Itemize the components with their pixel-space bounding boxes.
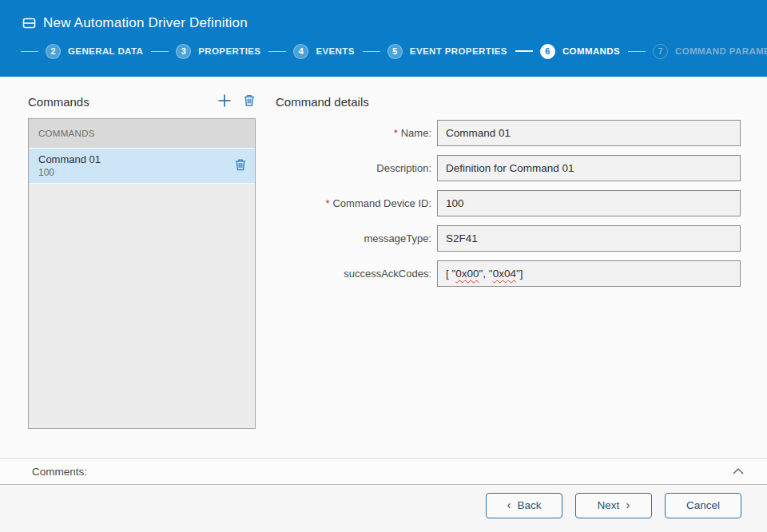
delete-command-button[interactable] (232, 93, 256, 109)
comments-bar: Comments: (0, 458, 767, 485)
step-connector (21, 51, 38, 52)
command-device-id-label: *Command Device ID: (276, 197, 431, 209)
name-label: *Name: (276, 127, 431, 139)
collapse-comments-button[interactable] (730, 464, 746, 479)
command-list-item-text: Command 01 100 (38, 153, 223, 178)
plus-icon (217, 93, 232, 110)
step-general-data[interactable]: 2 GENERAL DATA (21, 44, 151, 59)
step-connector (628, 51, 646, 52)
step-label: EVENT PROPERTIES (410, 46, 507, 56)
details-panel-title: Command details (276, 95, 741, 109)
step-label: COMMANDS (562, 46, 620, 56)
step-number: 3 (176, 44, 191, 59)
wizard-stepper: 2 GENERAL DATA 3 PROPERTIES 4 EVENTS 5 E… (0, 35, 767, 67)
delete-row-button[interactable] (223, 157, 247, 174)
required-asterisk: * (325, 197, 329, 209)
description-label: Description: (276, 162, 431, 174)
back-button[interactable]: ‹ Back (486, 493, 562, 518)
description-field-row: Description: (276, 155, 741, 181)
commands-panel-header: Commands (28, 89, 256, 113)
dialog-header: New Automation Driver Definition 2 GENER… (0, 0, 767, 77)
name-field-row: *Name: (276, 120, 741, 146)
command-details-form: *Name: Description: *Command Device ID: … (276, 120, 741, 296)
message-type-field-row: messageType: (276, 225, 741, 252)
command-device-id-field-row: *Command Device ID: (276, 190, 741, 216)
command-device-id: 100 (38, 167, 223, 178)
step-number: 6 (540, 44, 555, 59)
step-properties[interactable]: 3 PROPERTIES (151, 44, 268, 59)
cancel-button[interactable]: Cancel (665, 493, 741, 518)
details-panel-header: Command details (276, 89, 741, 113)
message-type-label: messageType: (276, 232, 431, 244)
step-command-parameters: 7 COMMAND PARAMETERS (628, 44, 767, 59)
chevron-left-icon: ‹ (507, 498, 511, 510)
chevron-right-icon: › (626, 498, 630, 510)
commands-list-column-header: COMMANDS (29, 119, 255, 149)
trash-icon (234, 157, 247, 174)
step-connector (151, 51, 169, 52)
step-events[interactable]: 4 EVENTS (268, 44, 362, 59)
step-label: PROPERTIES (198, 46, 260, 56)
trash-icon (243, 93, 256, 109)
step-label: GENERAL DATA (68, 46, 143, 56)
step-connector (363, 51, 380, 52)
commands-list: COMMANDS Command 01 100 (28, 118, 256, 429)
wizard-dialog: New Automation Driver Definition 2 GENER… (0, 0, 767, 532)
name-input[interactable] (437, 120, 741, 146)
titlebar: New Automation Driver Definition (0, 0, 767, 35)
step-number: 7 (653, 44, 668, 59)
step-connector (515, 50, 533, 52)
step-connector (268, 51, 286, 52)
spellcheck-marked-token: 0x04 (493, 268, 516, 280)
driver-definition-icon (22, 17, 36, 30)
main-content: Commands (0, 77, 767, 458)
required-asterisk: * (394, 127, 398, 139)
step-number: 4 (293, 44, 308, 59)
step-label: EVENTS (316, 46, 354, 56)
success-ack-codes-input[interactable]: [ "0x00", "0x04"] (437, 260, 741, 287)
step-number: 5 (387, 44, 403, 59)
step-label: COMMAND PARAMETERS (675, 46, 767, 56)
success-ack-codes-label: successAckCodes: (276, 268, 431, 280)
chevron-up-icon (732, 466, 745, 478)
comments-label: Comments: (32, 466, 730, 478)
add-command-button[interactable] (206, 93, 232, 110)
success-ack-codes-field-row: successAckCodes: [ "0x00", "0x04"] (276, 260, 741, 287)
dialog-title: New Automation Driver Definition (43, 15, 248, 31)
command-details-panel: Command details *Name: Description: *Com… (276, 89, 741, 458)
step-event-properties[interactable]: 5 EVENT PROPERTIES (363, 44, 515, 59)
next-button[interactable]: Next › (575, 493, 652, 518)
commands-panel: Commands (28, 89, 256, 458)
commands-panel-title: Commands (28, 95, 206, 109)
description-input[interactable] (437, 155, 741, 181)
step-commands[interactable]: 6 COMMANDS (515, 44, 628, 59)
command-name: Command 01 (38, 153, 223, 165)
command-list-item[interactable]: Command 01 100 (29, 149, 255, 184)
step-number: 2 (46, 44, 61, 59)
footer-actions: ‹ Back Next › Cancel (0, 485, 767, 532)
command-device-id-input[interactable] (437, 190, 741, 216)
spellcheck-marked-token: 0x00 (455, 268, 479, 280)
message-type-input[interactable] (437, 225, 741, 252)
